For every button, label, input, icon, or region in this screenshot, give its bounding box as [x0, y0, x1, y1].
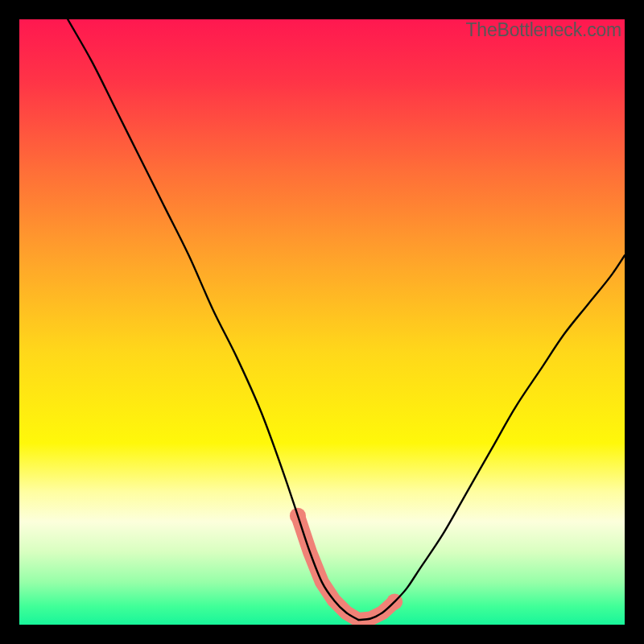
plot-area [19, 19, 625, 625]
curves-svg [19, 19, 625, 625]
curve-left-curve [68, 19, 358, 620]
chart-frame: TheBottleneck.com [0, 0, 644, 644]
curve-right-curve [358, 255, 625, 620]
watermark-text: TheBottleneck.com [466, 19, 621, 41]
